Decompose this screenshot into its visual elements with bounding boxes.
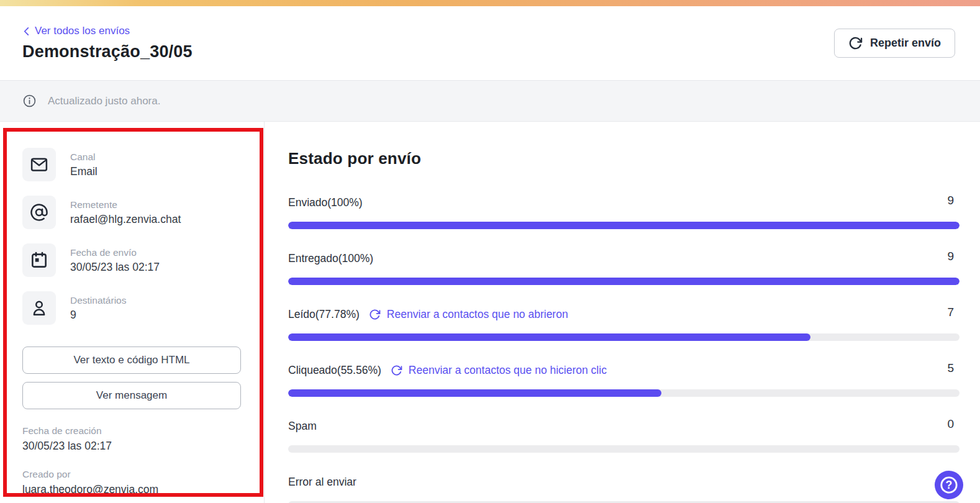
status-row-spam: Spam 0 xyxy=(288,418,960,453)
header-titles: Ver todos los envíos Demonstração_30/05 xyxy=(22,25,193,61)
progress-bar-fill xyxy=(288,333,810,341)
help-button[interactable]: ? xyxy=(935,471,963,499)
question-mark-icon: ? xyxy=(938,474,960,496)
detail-recipients: Destinatários 9 xyxy=(22,291,241,325)
info-icon xyxy=(22,94,37,108)
resend-link-label[interactable]: Reenviar a contactos que no abrieron xyxy=(387,308,568,321)
progress-bar xyxy=(288,333,960,341)
meta-label: Fecha de creación xyxy=(22,425,241,437)
updated-status-text: Actualizado justo ahora. xyxy=(48,95,160,107)
status-count: 9 xyxy=(947,250,960,262)
refresh-icon xyxy=(391,365,402,376)
refresh-icon xyxy=(848,36,863,50)
content-area: Canal Email Remetente rafael@hlg.zenvia.… xyxy=(0,122,980,503)
repeat-send-button[interactable]: Repetir envío xyxy=(834,29,955,58)
status-panel: Estado por envío Enviado(100%) 9 xyxy=(265,122,980,503)
view-html-button[interactable]: Ver texto e código HTML xyxy=(22,347,241,374)
status-label: Leído(77.78%) xyxy=(288,308,360,321)
resend-unclicked-link[interactable]: Reenviar a contactos que no hicieron cli… xyxy=(391,364,607,377)
detail-label: Remetente xyxy=(70,199,181,211)
created-by-block: Creado por luara.theodoro@zenvia.com xyxy=(22,469,241,496)
status-label: Enviado(100%) xyxy=(288,196,363,209)
detail-sender: Remetente rafael@hlg.zenvia.chat xyxy=(22,196,241,229)
progress-bar xyxy=(288,222,960,229)
creation-date-block: Fecha de creación 30/05/23 las 02:17 xyxy=(22,425,241,453)
status-label: Entregado(100%) xyxy=(288,252,373,265)
detail-value: 30/05/23 las 02:17 xyxy=(70,261,160,274)
status-count: 9 xyxy=(947,194,960,206)
calendar-icon xyxy=(22,243,56,277)
status-count: 0 xyxy=(947,418,960,430)
status-row-error: Error al enviar 0 xyxy=(288,474,960,503)
progress-bar-fill xyxy=(288,389,661,397)
page-header: Ver todos los envíos Demonstração_30/05 … xyxy=(0,6,980,81)
detail-send-date: Fecha de envío 30/05/23 las 02:17 xyxy=(22,243,241,277)
status-label: Spam xyxy=(288,420,317,433)
progress-bar xyxy=(288,389,960,397)
status-row-cliqueado: Cliqueado(55.56%) Reenviar a contactos q… xyxy=(288,362,960,397)
detail-value: 9 xyxy=(70,309,126,322)
mail-icon xyxy=(22,148,56,181)
detail-label: Fecha de envío xyxy=(70,247,160,258)
detail-value: rafael@hlg.zenvia.chat xyxy=(70,213,181,226)
detail-value: Email xyxy=(70,165,98,178)
at-sign-icon xyxy=(22,196,56,229)
page-title: Demonstração_30/05 xyxy=(22,42,193,61)
back-link-label: Ver todos los envíos xyxy=(35,25,130,37)
back-to-all-sends-link[interactable]: Ver todos los envíos xyxy=(22,25,193,37)
updated-status-bar: Actualizado justo ahora. xyxy=(0,81,980,122)
view-message-button[interactable]: Ver mensagem xyxy=(22,382,241,409)
campaign-report-page: Ver todos los envíos Demonstração_30/05 … xyxy=(0,0,980,503)
status-row-enviado: Enviado(100%) 9 xyxy=(288,194,960,229)
meta-value: luara.theodoro@zenvia.com xyxy=(22,483,241,496)
refresh-icon xyxy=(369,309,381,320)
status-label: Error al enviar xyxy=(288,476,356,489)
status-count: 7 xyxy=(947,306,960,318)
meta-value: 30/05/23 las 02:17 xyxy=(22,440,241,453)
detail-label: Destinatários xyxy=(70,295,126,306)
progress-bar-fill xyxy=(288,278,960,285)
resend-unopened-link[interactable]: Reenviar a contactos que no abrieron xyxy=(369,308,568,321)
resend-link-label[interactable]: Reenviar a contactos que no hicieron cli… xyxy=(409,364,607,377)
progress-bar xyxy=(288,278,960,285)
top-gradient-bar xyxy=(0,0,980,6)
repeat-button-label: Repetir envío xyxy=(870,37,941,50)
status-row-leido: Leído(77.78%) Reenviar a contactos que n… xyxy=(288,306,960,341)
svg-text:?: ? xyxy=(946,479,953,491)
detail-channel: Canal Email xyxy=(22,148,241,181)
detail-label: Canal xyxy=(70,152,98,163)
send-details-sidebar: Canal Email Remetente rafael@hlg.zenvia.… xyxy=(0,122,265,503)
meta-label: Creado por xyxy=(22,469,241,480)
status-panel-title: Estado por envío xyxy=(288,149,960,168)
status-row-entregado: Entregado(100%) 9 xyxy=(288,250,960,285)
progress-bar-fill xyxy=(288,222,960,229)
chevron-left-icon xyxy=(22,27,30,36)
progress-bar xyxy=(288,445,960,453)
status-label: Cliqueado(55.56%) xyxy=(288,364,381,377)
status-count: 5 xyxy=(947,362,960,374)
person-icon xyxy=(22,291,56,325)
